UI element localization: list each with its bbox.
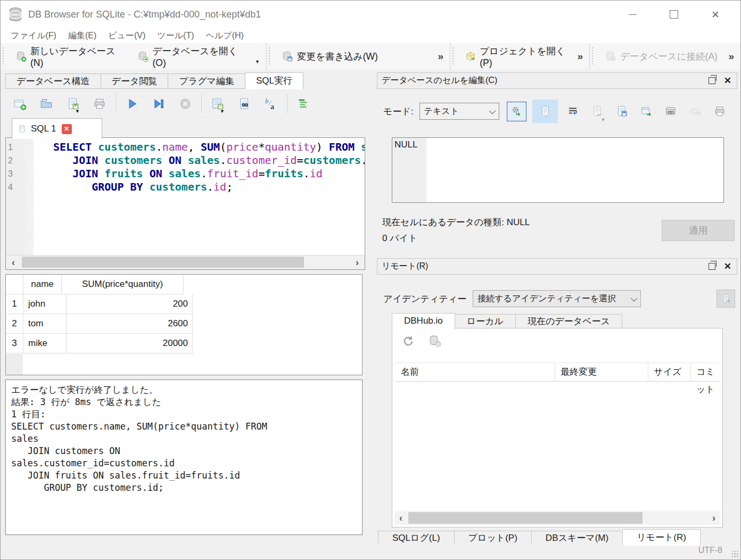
remote-tab[interactable]: ローカル bbox=[455, 314, 516, 330]
dropdown-arrow-icon[interactable]: ▼ bbox=[601, 117, 606, 122]
toolbar-handle[interactable] bbox=[591, 47, 594, 65]
scroll-left-icon[interactable]: ‹ bbox=[6, 256, 21, 269]
execute-sql-button[interactable] bbox=[119, 93, 145, 114]
table-row[interactable]: 1john200 bbox=[6, 294, 362, 314]
edit-cell-panel-title: データベースのセルを編集(C) bbox=[382, 75, 497, 86]
format-sql-button[interactable] bbox=[290, 93, 317, 114]
toolbar-overflow-button[interactable]: » bbox=[577, 51, 583, 62]
scrollbar-thumb[interactable] bbox=[408, 512, 643, 524]
remote-column-header[interactable]: サイズ bbox=[648, 363, 691, 381]
sql-editor[interactable]: 1234 SELECT customers.name, SUM(price*qu… bbox=[5, 137, 365, 270]
encoding-selector[interactable]: UTF-8 bbox=[698, 546, 722, 555]
doc-text-icon bbox=[539, 105, 551, 118]
set-null-button[interactable] bbox=[686, 102, 705, 121]
project-open-icon bbox=[465, 51, 476, 62]
results-column-header[interactable]: SUM(price*quantity) bbox=[62, 275, 184, 294]
identity-combo[interactable]: 接続するアイデンティティーを選択 bbox=[473, 290, 641, 307]
minimize-button[interactable] bbox=[612, 1, 653, 28]
open-sql-file-button[interactable] bbox=[33, 93, 60, 114]
find-button[interactable] bbox=[231, 93, 258, 114]
word-wrap-button[interactable] bbox=[564, 102, 582, 121]
result-cell[interactable]: 200 bbox=[67, 294, 193, 314]
auto-apply-toggle[interactable] bbox=[507, 102, 526, 121]
clone-identity-button[interactable] bbox=[717, 290, 735, 308]
toolbar-handle[interactable] bbox=[2, 47, 5, 65]
remote-column-header[interactable]: コミット bbox=[691, 363, 719, 381]
new-database-button[interactable]: 新しいデータベース(N) bbox=[9, 45, 131, 68]
import-data-button[interactable]: ▼ bbox=[588, 102, 607, 121]
close-panel-icon[interactable]: ✕ bbox=[724, 262, 731, 271]
edit-cell-panel-header[interactable]: データベースのセルを編集(C) ✕ bbox=[377, 72, 737, 89]
scroll-right-icon[interactable]: › bbox=[350, 256, 365, 269]
menu-item[interactable]: ビュー(V) bbox=[102, 30, 151, 42]
save-sql-file-button[interactable]: ▼ bbox=[60, 93, 86, 114]
results-column-header[interactable]: name bbox=[23, 275, 62, 294]
refresh-remote-button[interactable] bbox=[401, 334, 416, 349]
close-panel-icon[interactable]: ✕ bbox=[724, 76, 731, 85]
scroll-left-icon[interactable]: ‹ bbox=[394, 511, 407, 525]
main-tab[interactable]: プラグマ編集 bbox=[168, 73, 245, 89]
toolbar-overflow-button[interactable]: » bbox=[728, 51, 734, 62]
result-cell[interactable]: 2600 bbox=[67, 314, 193, 334]
scroll-right-icon[interactable]: › bbox=[707, 511, 720, 525]
remote-tab[interactable]: DBHub.io bbox=[392, 313, 455, 330]
menu-item[interactable]: ファイル(F) bbox=[5, 30, 62, 42]
main-tab[interactable]: データベース構造 bbox=[5, 73, 101, 89]
save-results-button[interactable]: ▼ bbox=[204, 93, 231, 114]
table-row[interactable]: 3mike20000 bbox=[6, 334, 362, 353]
export-data-button[interactable] bbox=[613, 102, 631, 121]
print-cell-button[interactable] bbox=[711, 102, 729, 121]
auto-complete-button[interactable]: ba bbox=[258, 93, 284, 114]
menu-item[interactable]: ツール(T) bbox=[151, 30, 200, 42]
main-tab[interactable]: データ閲覧 bbox=[101, 73, 169, 89]
sql-open-icon bbox=[39, 97, 53, 111]
clone-database-button[interactable] bbox=[427, 334, 442, 349]
text-mode-button[interactable] bbox=[532, 100, 558, 123]
main-tab[interactable]: SQL実行 bbox=[245, 72, 303, 89]
toolbar-handle[interactable] bbox=[452, 47, 455, 65]
execution-log-box[interactable]: エラーなしで実行が終了しました。 結果: 3 行が 8ms で返されました 1 … bbox=[5, 380, 363, 535]
remote-panel-header[interactable]: リモート(R) ✕ bbox=[377, 258, 737, 275]
editor-horizontal-scrollbar[interactable]: ‹ › bbox=[6, 255, 365, 269]
float-panel-icon[interactable] bbox=[709, 77, 715, 84]
maximize-button[interactable] bbox=[653, 1, 695, 28]
menu-item[interactable]: ヘルプ(H) bbox=[200, 30, 250, 42]
cell-value-editor[interactable]: NULL bbox=[392, 137, 724, 203]
connect-database-button[interactable]: データベースに接続(A) bbox=[598, 45, 724, 68]
remote-column-header[interactable]: 最終変更 bbox=[555, 363, 648, 381]
remote-horizontal-scrollbar[interactable]: ‹ › bbox=[394, 511, 720, 525]
open-project-button[interactable]: プロジェクトを開く(P) bbox=[459, 45, 578, 68]
open-database-button[interactable]: データベースを開く(O)▼ bbox=[131, 45, 266, 68]
scrollbar-thumb[interactable] bbox=[22, 257, 304, 268]
apply-button[interactable]: 適用 bbox=[662, 220, 735, 241]
stop-sql-button[interactable] bbox=[172, 93, 199, 114]
new-sql-tab-button[interactable] bbox=[6, 93, 33, 114]
result-cell[interactable]: mike bbox=[23, 334, 67, 353]
toolbar-handle[interactable] bbox=[268, 47, 271, 65]
dock-tab[interactable]: リモート(R) bbox=[622, 529, 701, 546]
remote-column-header[interactable]: 名前 bbox=[396, 363, 555, 381]
mode-combo[interactable]: テキスト bbox=[419, 103, 499, 120]
identity-value: 接続するアイデンティティーを選択 bbox=[477, 293, 616, 304]
toolbar-overflow-button[interactable]: » bbox=[438, 51, 443, 62]
result-cell[interactable]: 20000 bbox=[67, 334, 193, 353]
remote-tab[interactable]: 現在のデータベース bbox=[515, 314, 622, 330]
open-in-window-button[interactable] bbox=[637, 102, 656, 121]
write-changes-button[interactable]: 変更を書き込み(W) bbox=[275, 45, 384, 68]
sql-code-area[interactable]: SELECT customers.name, SUM(price*quantit… bbox=[34, 138, 365, 256]
resize-grip[interactable] bbox=[732, 551, 739, 558]
float-panel-icon[interactable] bbox=[709, 263, 715, 270]
result-cell[interactable]: tom bbox=[23, 314, 67, 334]
menu-item[interactable]: 編集(E) bbox=[62, 30, 102, 42]
dropdown-arrow-icon[interactable]: ▼ bbox=[75, 109, 80, 114]
close-button[interactable]: ✕ bbox=[695, 1, 736, 28]
dropdown-arrow-icon[interactable]: ▼ bbox=[220, 109, 225, 114]
copy-link-button[interactable] bbox=[662, 102, 680, 121]
close-tab-icon[interactable]: ✕ bbox=[62, 124, 72, 134]
result-cell[interactable]: john bbox=[23, 294, 67, 314]
execute-line-button[interactable] bbox=[145, 93, 172, 114]
sql-editor-tab[interactable]: SQL 1 ✕ bbox=[12, 118, 102, 139]
print-sql-button[interactable] bbox=[86, 93, 113, 114]
dropdown-arrow-icon[interactable]: ▼ bbox=[255, 59, 260, 64]
table-row[interactable]: 2tom2600 bbox=[6, 314, 362, 334]
